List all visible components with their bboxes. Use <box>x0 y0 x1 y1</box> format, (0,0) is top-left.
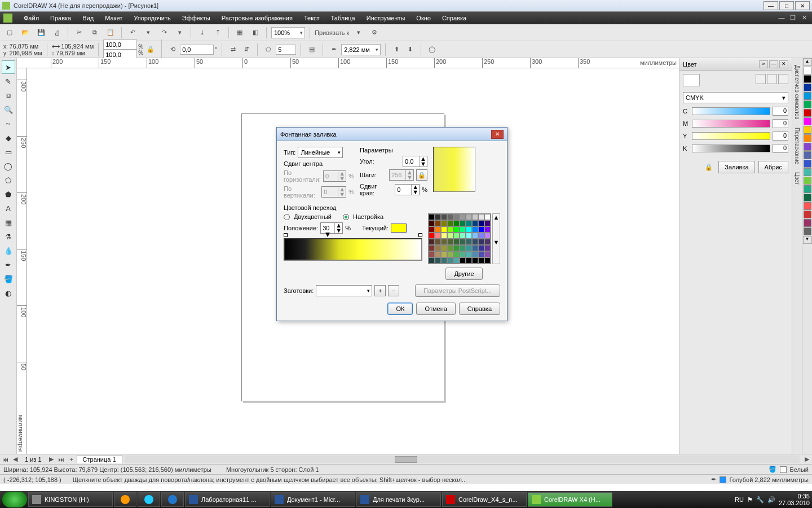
grid-swatch[interactable] <box>472 257 478 264</box>
grid-swatch[interactable] <box>460 239 466 245</box>
steps-lock-icon[interactable]: 🔒 <box>416 169 427 181</box>
task-kingston[interactable]: KINGSTON (H:) <box>28 492 113 507</box>
mdi-minimize-button[interactable]: — <box>777 14 786 22</box>
menu-view[interactable]: Вид <box>77 15 99 21</box>
menu-file[interactable]: Файл <box>18 15 45 21</box>
preset-add-button[interactable]: + <box>374 285 386 296</box>
grid-swatch[interactable] <box>466 214 472 220</box>
k-value[interactable]: 0 <box>773 144 788 153</box>
other-colors-button[interactable]: Другие <box>445 268 482 280</box>
lock-fill-icon[interactable]: 🔒 <box>703 161 715 173</box>
docker-tab-drag[interactable]: Перетаскание <box>793 124 801 168</box>
color-panel-header[interactable]: Цвет » — ✕ <box>679 58 792 71</box>
scroll-right-icon[interactable]: ▶ <box>802 456 812 463</box>
palette-down-icon[interactable]: ▼ <box>803 236 812 244</box>
grid-swatch[interactable] <box>441 226 447 233</box>
palette-swatch[interactable] <box>804 160 811 168</box>
task-word1[interactable]: Лабораторная11 ... <box>185 492 270 507</box>
grid-swatch[interactable] <box>478 251 484 257</box>
mirror-h-icon[interactable]: ⇄ <box>227 43 239 56</box>
c-slider[interactable] <box>692 107 770 115</box>
convert-icon[interactable]: ◯ <box>426 43 438 56</box>
palette-swatch[interactable] <box>804 202 811 210</box>
tray-clock[interactable]: 0:35 27.03.2010 <box>779 493 810 506</box>
interactive-tool-icon[interactable]: ⚗ <box>2 230 15 243</box>
fill-apply-button[interactable]: Заливка <box>718 161 754 173</box>
position-input[interactable]: 30▲▼ <box>320 222 343 234</box>
redo-drop-icon[interactable]: ▾ <box>174 27 186 39</box>
grid-swatch[interactable] <box>429 220 435 226</box>
color-model-combo[interactable]: CMYK <box>683 92 788 103</box>
panel-expand-icon[interactable]: » <box>759 60 768 68</box>
m-slider[interactable] <box>692 120 770 128</box>
ellipse-tool-icon[interactable]: ◯ <box>2 159 15 173</box>
grad-node-mid[interactable] <box>325 233 330 237</box>
undo-icon[interactable]: ↶ <box>126 27 139 39</box>
grid-swatch[interactable] <box>478 233 484 239</box>
to-front-icon[interactable]: ⬆ <box>390 43 403 56</box>
grad-node-start[interactable] <box>284 233 288 237</box>
new-icon[interactable]: ▢ <box>3 27 16 39</box>
palette-swatch[interactable] <box>804 67 811 75</box>
page-prev-icon[interactable]: ◀ <box>10 456 20 463</box>
grad-node-end[interactable] <box>418 233 422 237</box>
y-value[interactable]: 0 <box>773 132 788 141</box>
page-add-icon[interactable]: + <box>67 456 77 463</box>
task-corel[interactable]: CorelDRAW X4 (Н... <box>528 492 612 507</box>
angle-dlg-input[interactable]: 0,0▲▼ <box>403 156 427 167</box>
grid-swatch[interactable] <box>447 233 453 239</box>
palette-swatch[interactable] <box>804 168 811 176</box>
palette-swatch[interactable] <box>804 134 811 142</box>
task-pdf[interactable]: CorelDraw_X4_s_n... <box>442 492 527 507</box>
palette-swatch[interactable] <box>804 177 811 185</box>
app-launcher-icon[interactable]: ▦ <box>233 27 246 39</box>
grid-swatch[interactable] <box>478 257 484 264</box>
grid-swatch[interactable] <box>429 245 435 251</box>
grid-swatch[interactable] <box>447 214 453 220</box>
tray-volume-icon[interactable]: 🔊 <box>767 496 775 503</box>
current-color-swatch[interactable] <box>391 224 407 233</box>
grid-swatch[interactable] <box>472 214 478 220</box>
mirror-v-icon[interactable]: ⇵ <box>240 43 253 56</box>
grid-swatch[interactable] <box>435 245 441 251</box>
grid-swatch[interactable] <box>472 226 478 233</box>
welcome-icon[interactable]: ◧ <box>249 27 262 39</box>
menu-layout[interactable]: Макет <box>99 15 128 21</box>
table-tool-icon[interactable]: ▦ <box>2 216 15 229</box>
rectangle-tool-icon[interactable]: ▭ <box>2 145 15 159</box>
grid-swatch[interactable] <box>453 226 460 233</box>
snap-drop-icon[interactable]: ▾ <box>352 27 365 39</box>
page-last-icon[interactable]: ⏭ <box>56 456 67 463</box>
y-slider[interactable] <box>692 132 770 140</box>
grid-swatch[interactable] <box>435 226 441 233</box>
tray-icon2[interactable]: 🔧 <box>756 496 764 503</box>
grid-swatch[interactable] <box>466 245 472 251</box>
close-button[interactable]: ✕ <box>795 1 810 10</box>
grid-swatch[interactable] <box>447 257 453 264</box>
m-value[interactable]: 0 <box>773 119 788 128</box>
menu-effects[interactable]: Эффекты <box>176 15 216 21</box>
page-next-icon[interactable]: ▶ <box>46 456 56 463</box>
minimize-button[interactable]: — <box>764 1 778 10</box>
palette-swatch[interactable] <box>804 185 811 193</box>
grid-swatch[interactable] <box>441 245 447 251</box>
outline-indicator-icon[interactable]: ✒ <box>711 476 716 483</box>
export-icon[interactable]: ⤒ <box>211 27 224 39</box>
preset-remove-button[interactable]: − <box>388 285 399 296</box>
grid-swatch[interactable] <box>478 245 484 251</box>
text-tool-icon[interactable]: A <box>2 202 15 215</box>
cut-icon[interactable]: ✂ <box>73 27 85 39</box>
zoom-combo[interactable]: 100% <box>271 27 305 38</box>
start-button[interactable] <box>2 492 27 507</box>
grid-swatch[interactable] <box>435 214 441 220</box>
menu-table[interactable]: Таблица <box>325 15 361 21</box>
eyedropper-tool-icon[interactable]: 💧 <box>2 244 15 257</box>
palette-swatch[interactable] <box>804 227 811 235</box>
palette-swatch[interactable] <box>804 100 811 108</box>
grid-swatch[interactable] <box>447 251 453 257</box>
grid-swatch[interactable] <box>453 251 460 257</box>
grid-swatch[interactable] <box>484 214 491 220</box>
grid-swatch[interactable] <box>429 214 435 220</box>
grid-swatch[interactable] <box>441 214 447 220</box>
gradient-bar[interactable] <box>284 238 422 261</box>
